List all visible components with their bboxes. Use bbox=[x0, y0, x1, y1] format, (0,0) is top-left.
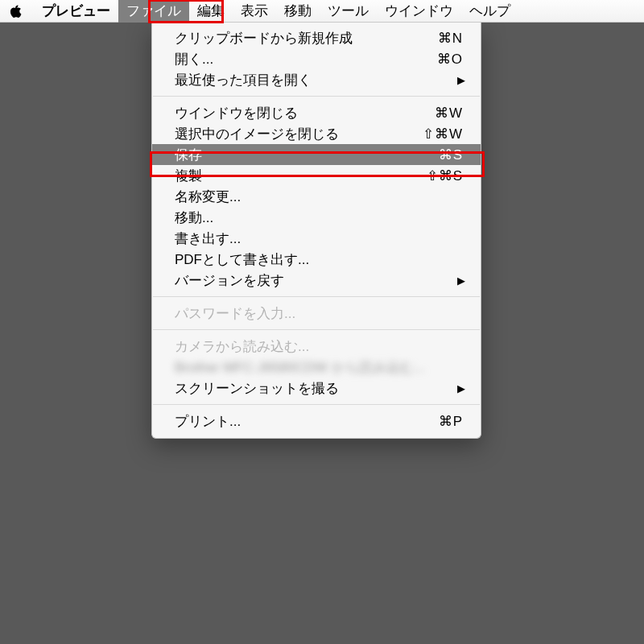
menu-item: パスワードを入力... bbox=[152, 303, 481, 324]
menu-separator bbox=[153, 96, 480, 97]
menubar-item-file[interactable]: ファイル bbox=[118, 0, 189, 23]
menu-item-label: カメラから読み込む... bbox=[175, 337, 463, 356]
submenu-arrow-icon: ▶ bbox=[457, 382, 466, 394]
submenu-arrow-icon: ▶ bbox=[457, 74, 466, 86]
menu-item-label: 移動... bbox=[175, 208, 463, 227]
menu-item[interactable]: 開く...⌘O bbox=[152, 48, 481, 69]
menu-item[interactable]: Brother MFC-J6580CDW から読み込む... bbox=[152, 357, 481, 378]
menu-item-label: PDFとして書き出す... bbox=[175, 250, 463, 269]
menubar-item-go[interactable]: 移動 bbox=[276, 0, 320, 23]
menu-item[interactable]: プリント...⌘P bbox=[152, 411, 481, 431]
menu-item-shortcut: ⇧⌘S bbox=[427, 167, 463, 184]
menu-item-label: クリップボードから新規作成 bbox=[175, 29, 438, 47]
menu-item[interactable]: 保存⌘S bbox=[152, 144, 481, 165]
menu-item-label: 選択中のイメージを閉じる bbox=[175, 125, 423, 143]
menu-item[interactable]: クリップボードから新規作成⌘N bbox=[152, 27, 481, 48]
menu-item[interactable]: 複製⇧⌘S bbox=[152, 165, 481, 186]
menu-item[interactable]: 最近使った項目を開く▶ bbox=[152, 69, 481, 90]
menu-item-label: 保存 bbox=[175, 146, 439, 164]
menubar-item-help[interactable]: ヘルプ bbox=[461, 0, 518, 23]
menu-item-label: 複製 bbox=[175, 167, 427, 185]
menu-item-label: ウインドウを閉じる bbox=[175, 104, 435, 122]
menu-item-label: バージョンを戻す bbox=[175, 271, 457, 290]
menubar: プレビュー ファイル 編集 表示 移動 ツール ウインドウ ヘルプ bbox=[0, 0, 644, 23]
menubar-item-tools[interactable]: ツール bbox=[320, 0, 377, 23]
menu-item[interactable]: スクリーンショットを撮る▶ bbox=[152, 378, 481, 398]
apple-logo[interactable] bbox=[8, 4, 24, 19]
menubar-item-window[interactable]: ウインドウ bbox=[377, 0, 461, 23]
menu-item-label: 開く... bbox=[175, 50, 437, 68]
menu-item-label: 書き出す... bbox=[175, 229, 463, 248]
menu-item[interactable]: バージョンを戻す▶ bbox=[152, 270, 481, 291]
menu-item-label: 名称変更... bbox=[175, 188, 463, 206]
menu-item-label: Brother MFC-J6580CDW から読み込む... bbox=[175, 358, 463, 377]
menu-item-shortcut: ⌘P bbox=[439, 413, 463, 430]
menu-item[interactable]: ウインドウを閉じる⌘W bbox=[152, 102, 481, 123]
menu-item[interactable]: 移動... bbox=[152, 207, 481, 228]
menu-item-label: スクリーンショットを撮る bbox=[175, 379, 457, 398]
file-menu-dropdown: クリップボードから新規作成⌘N開く...⌘O最近使った項目を開く▶ウインドウを閉… bbox=[151, 23, 481, 439]
menu-item-shortcut: ⌘S bbox=[439, 147, 463, 163]
menu-separator bbox=[153, 329, 480, 330]
menu-separator bbox=[153, 404, 480, 405]
menubar-item-edit[interactable]: 編集 bbox=[189, 0, 233, 23]
menubar-item-view[interactable]: 表示 bbox=[233, 0, 276, 23]
submenu-arrow-icon: ▶ bbox=[457, 275, 466, 287]
menu-item: カメラから読み込む... bbox=[152, 336, 481, 357]
menu-item-shortcut: ⇧⌘W bbox=[423, 126, 463, 142]
menu-item-shortcut: ⌘W bbox=[435, 105, 463, 122]
menu-item[interactable]: 書き出す... bbox=[152, 228, 481, 249]
menu-item-label: プリント... bbox=[175, 412, 439, 431]
menu-item-shortcut: ⌘O bbox=[437, 51, 463, 68]
menu-item[interactable]: 名称変更... bbox=[152, 186, 481, 207]
menu-item-shortcut: ⌘N bbox=[438, 30, 463, 47]
menu-item[interactable]: PDFとして書き出す... bbox=[152, 249, 481, 270]
menu-separator bbox=[153, 296, 480, 297]
menu-item-label: パスワードを入力... bbox=[175, 304, 463, 323]
menubar-app-name[interactable]: プレビュー bbox=[34, 0, 118, 23]
menu-item-label: 最近使った項目を開く bbox=[175, 71, 457, 89]
menu-item[interactable]: 選択中のイメージを閉じる⇧⌘W bbox=[152, 123, 481, 144]
